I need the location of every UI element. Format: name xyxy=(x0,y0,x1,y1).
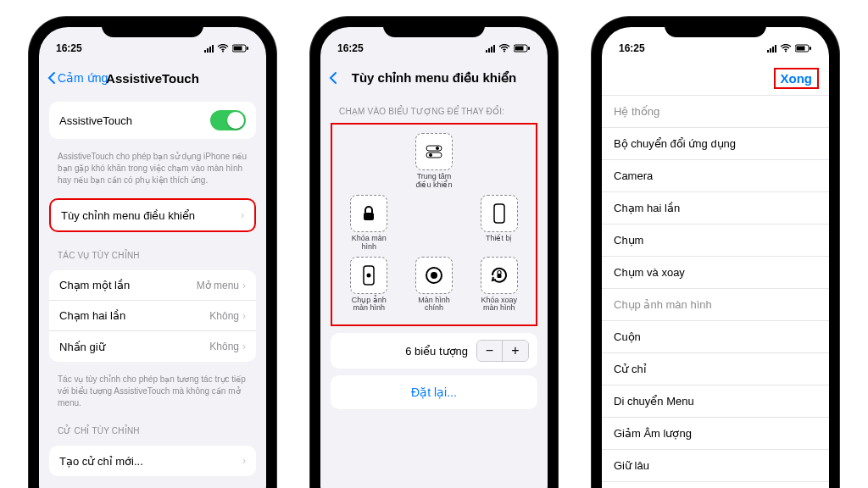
icon-screenshot[interactable]: Chụp ảnh màn hình xyxy=(343,257,394,313)
svg-point-19 xyxy=(785,51,787,53)
done-button-highlighted[interactable]: Xong xyxy=(774,68,820,89)
back-button[interactable] xyxy=(329,71,337,85)
chevron-right-icon: › xyxy=(242,455,246,467)
list-item[interactable]: Cuộn xyxy=(602,321,829,353)
icon-rotation-lock[interactable]: Khóa xoay màn hình xyxy=(474,257,525,313)
navbar: Cảm ứng AssistiveTouch xyxy=(39,61,266,95)
phone-frame-3: 16:25 Xong Hệ thống Bộ chuyển đổi ứng dụ… xyxy=(592,17,839,488)
list-item-disabled: Chụp ảnh màn hình xyxy=(602,289,829,321)
list-item[interactable]: Bộ chuyển đổi ứng dụng xyxy=(602,128,829,160)
double-tap-value: Không xyxy=(209,310,239,322)
double-tap-row[interactable]: Chạm hai lần Không› xyxy=(49,301,256,331)
list-item[interactable]: Cử chỉ xyxy=(602,353,829,385)
item-label: Chụp ảnh màn hình xyxy=(614,298,712,311)
signal-icon xyxy=(767,45,776,53)
chevron-right-icon: › xyxy=(242,280,246,291)
phone-frame-2: 16:25 Tùy chỉnh menu điều khiển CHẠM VÀO… xyxy=(310,17,558,488)
status-right xyxy=(486,44,531,53)
svg-rect-22 xyxy=(810,47,811,50)
long-press-value: Không xyxy=(209,341,239,352)
phone-frame-1: 16:25 Cảm ứng AssistiveTouch AssistiveTo… xyxy=(29,17,276,488)
icon-counter-row: 6 biểu tượng − + xyxy=(331,333,537,369)
svg-point-0 xyxy=(222,51,224,53)
long-press-row[interactable]: Nhấn giữ Không› xyxy=(49,331,256,362)
section-label: Hệ thống xyxy=(614,105,659,118)
list-item[interactable]: Giữ và Kéo xyxy=(602,482,829,488)
status-right xyxy=(767,44,812,53)
notch xyxy=(665,17,766,37)
nav-title: Tùy chỉnh menu điều khiển xyxy=(320,70,548,86)
new-gesture-row[interactable]: Tạo cử chỉ mới... › xyxy=(49,446,256,476)
toggle-desc: AssistiveTouch cho phép bạn sử dụng iPho… xyxy=(39,146,266,191)
item-label: Cử chỉ xyxy=(614,363,647,375)
icon-caption: Khóa xoay màn hình xyxy=(474,297,525,313)
back-label: Cảm ứng xyxy=(58,71,108,85)
item-label: Bộ chuyển đổi ứng dụng xyxy=(614,137,736,150)
chevron-right-icon: › xyxy=(242,341,246,352)
section-actions: TÁC VỤ TÙY CHỈNH xyxy=(39,239,266,263)
customize-menu-row[interactable]: Tùy chỉnh menu điều khiển › xyxy=(51,200,254,230)
single-tap-label: Chạm một lần xyxy=(59,279,130,291)
screen-3: 16:25 Xong Hệ thống Bộ chuyển đổi ứng dụ… xyxy=(602,27,829,488)
svg-rect-3 xyxy=(247,47,248,50)
list-item[interactable]: Giảm Âm lượng xyxy=(602,418,829,450)
svg-rect-2 xyxy=(234,47,242,51)
reset-button[interactable]: Đặt lại... xyxy=(331,375,537,409)
toggle-switch-on[interactable] xyxy=(210,110,246,130)
item-label: Chụm và xoay xyxy=(614,266,685,279)
icon-grid-highlighted: Trung tâm điều khiển Khóa màn hình Thiết… xyxy=(331,123,537,326)
screen-1: 16:25 Cảm ứng AssistiveTouch AssistiveTo… xyxy=(39,27,266,488)
customize-menu-row-highlighted: Tùy chỉnh menu điều khiển › xyxy=(49,198,256,232)
battery-icon xyxy=(232,44,249,53)
status-right xyxy=(204,44,249,53)
stepper-plus[interactable]: + xyxy=(503,341,528,361)
item-label: Chạm hai lần xyxy=(614,202,680,214)
icon-device[interactable]: Thiết bị xyxy=(481,195,518,252)
icon-grid: Trung tâm điều khiển Khóa màn hình Thiết… xyxy=(332,125,536,324)
list-item[interactable]: Di chuyển Menu xyxy=(602,385,829,418)
section-system: Hệ thống xyxy=(602,95,829,128)
svg-rect-18 xyxy=(497,274,501,278)
svg-point-15 xyxy=(367,273,371,277)
actions-footer: Tác vụ tùy chỉnh cho phép bạn tương tác … xyxy=(39,369,266,414)
chevron-left-icon xyxy=(47,71,56,85)
stepper-minus[interactable]: − xyxy=(477,341,503,361)
content-3[interactable]: Hệ thống Bộ chuyển đổi ứng dụng Camera C… xyxy=(602,95,829,488)
item-label: Camera xyxy=(614,169,653,182)
list-item[interactable]: Giữ lâu xyxy=(602,450,829,482)
lock-icon xyxy=(361,205,376,222)
svg-rect-12 xyxy=(364,213,374,220)
section-gestures: CỬ CHỈ TÙY CHỈNH xyxy=(39,414,266,439)
svg-rect-6 xyxy=(515,47,524,51)
icon-caption: Khóa màn hình xyxy=(343,235,394,252)
icon-lock-screen[interactable]: Khóa màn hình xyxy=(343,195,394,252)
assistivetouch-toggle-row[interactable]: AssistiveTouch xyxy=(49,102,256,139)
status-time: 16:25 xyxy=(56,42,82,54)
list-item[interactable]: Chụm và xoay xyxy=(602,257,829,289)
toggle-label: AssistiveTouch xyxy=(59,114,132,127)
svg-point-9 xyxy=(436,147,439,150)
list-item[interactable]: Chụm xyxy=(602,225,829,257)
single-tap-row[interactable]: Chạm một lần Mở menu› xyxy=(49,270,256,301)
list-item[interactable]: Camera xyxy=(602,160,829,192)
content-2[interactable]: CHẠM VÀO BIỂU TƯỢNG ĐỂ THAY ĐỔI: Trung t… xyxy=(320,95,548,488)
icon-hint: CHẠM VÀO BIỂU TƯỢNG ĐỂ THAY ĐỔI: xyxy=(320,95,548,119)
navbar: Xong xyxy=(602,61,829,95)
icon-caption: Trung tâm điều khiển xyxy=(409,173,459,190)
signal-icon xyxy=(204,45,214,53)
icon-home[interactable]: Màn hình chính xyxy=(409,257,459,313)
list-item[interactable]: Chạm hai lần xyxy=(602,192,829,225)
back-button[interactable]: Cảm ứng xyxy=(47,71,108,85)
icon-caption: Chụp ảnh màn hình xyxy=(343,297,394,313)
svg-point-11 xyxy=(429,153,432,157)
icon-control-center[interactable]: Trung tâm điều khiển xyxy=(409,133,459,190)
battery-icon xyxy=(514,44,531,53)
content-1[interactable]: AssistiveTouch AssistiveTouch cho phép b… xyxy=(39,95,266,488)
icon-caption: Màn hình chính xyxy=(409,297,459,313)
notch xyxy=(383,17,485,37)
chevron-left-icon xyxy=(329,71,337,85)
double-tap-label: Chạm hai lần xyxy=(59,309,125,322)
rotation-lock-icon xyxy=(489,265,509,286)
wifi-icon xyxy=(780,44,792,53)
svg-rect-10 xyxy=(426,152,442,158)
